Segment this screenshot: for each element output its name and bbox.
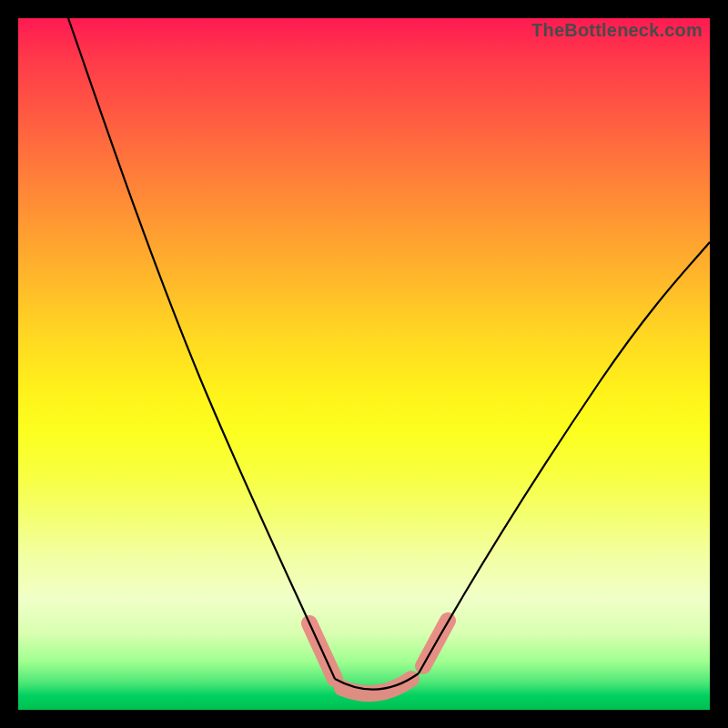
curve-overlay xyxy=(18,18,710,710)
right-curve xyxy=(419,242,710,673)
left-curve xyxy=(68,18,335,679)
watermark-text: TheBottleneck.com xyxy=(531,20,703,41)
chart-frame: TheBottleneck.com xyxy=(0,0,728,728)
plot-area xyxy=(18,18,710,710)
